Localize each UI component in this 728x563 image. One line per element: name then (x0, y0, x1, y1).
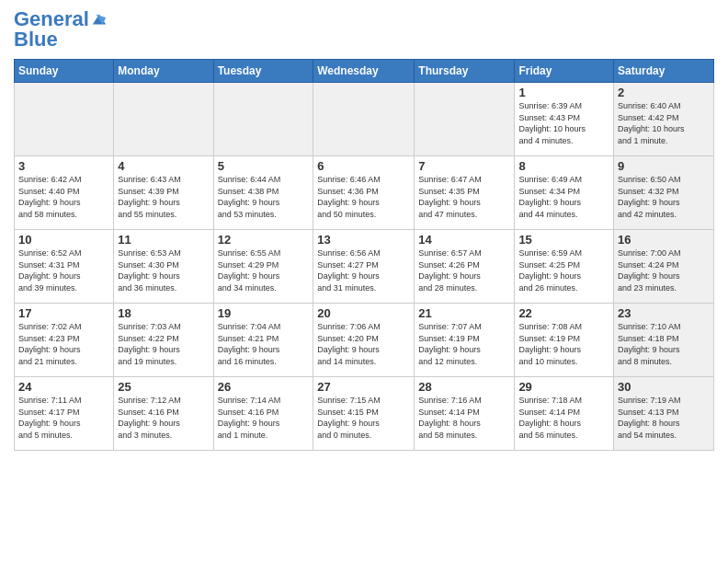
day-number: 19 (218, 306, 310, 320)
calendar-cell: 22Sunrise: 7:08 AM Sunset: 4:19 PM Dayli… (515, 304, 614, 377)
calendar-cell (213, 83, 313, 156)
day-detail: Sunrise: 7:10 AM Sunset: 4:18 PM Dayligh… (618, 321, 710, 367)
day-number: 27 (317, 380, 410, 394)
calendar-cell (114, 83, 213, 156)
day-number: 22 (518, 306, 609, 320)
day-number: 4 (118, 159, 209, 173)
day-number: 5 (218, 159, 310, 173)
day-number: 16 (618, 233, 710, 247)
calendar-cell: 15Sunrise: 6:59 AM Sunset: 4:25 PM Dayli… (515, 230, 614, 304)
calendar-cell: 2Sunrise: 6:40 AM Sunset: 4:42 PM Daylig… (614, 83, 714, 156)
calendar-cell: 29Sunrise: 7:18 AM Sunset: 4:14 PM Dayli… (515, 377, 614, 451)
day-detail: Sunrise: 7:18 AM Sunset: 4:14 PM Dayligh… (518, 395, 609, 441)
calendar-cell: 8Sunrise: 6:49 AM Sunset: 4:34 PM Daylig… (515, 156, 614, 230)
calendar-cell: 17Sunrise: 7:02 AM Sunset: 4:23 PM Dayli… (15, 304, 114, 377)
calendar-cell: 5Sunrise: 6:44 AM Sunset: 4:38 PM Daylig… (213, 156, 313, 230)
calendar-page: General Blue SundayMondayTuesdayWednesda… (0, 0, 728, 563)
day-detail: Sunrise: 6:40 AM Sunset: 4:42 PM Dayligh… (618, 100, 710, 146)
day-number: 26 (218, 380, 310, 394)
weekday-header-friday: Friday (515, 60, 614, 83)
day-number: 3 (18, 159, 109, 173)
calendar-cell (313, 83, 415, 156)
day-detail: Sunrise: 6:39 AM Sunset: 4:43 PM Dayligh… (518, 100, 609, 146)
calendar-cell: 1Sunrise: 6:39 AM Sunset: 4:43 PM Daylig… (515, 83, 614, 156)
calendar-cell: 11Sunrise: 6:53 AM Sunset: 4:30 PM Dayli… (114, 230, 213, 304)
logo-blue: Blue (14, 28, 58, 52)
day-detail: Sunrise: 6:59 AM Sunset: 4:25 PM Dayligh… (518, 247, 609, 293)
calendar-cell: 14Sunrise: 6:57 AM Sunset: 4:26 PM Dayli… (415, 230, 515, 304)
day-number: 21 (418, 306, 510, 320)
day-number: 11 (118, 233, 209, 247)
calendar-cell: 19Sunrise: 7:04 AM Sunset: 4:21 PM Dayli… (213, 304, 313, 377)
day-detail: Sunrise: 6:43 AM Sunset: 4:39 PM Dayligh… (118, 174, 209, 220)
calendar-cell: 12Sunrise: 6:55 AM Sunset: 4:29 PM Dayli… (213, 230, 313, 304)
calendar-cell: 18Sunrise: 7:03 AM Sunset: 4:22 PM Dayli… (114, 304, 213, 377)
day-number: 7 (418, 159, 510, 173)
day-number: 1 (518, 86, 609, 99)
calendar-cell: 13Sunrise: 6:56 AM Sunset: 4:27 PM Dayli… (313, 230, 415, 304)
day-detail: Sunrise: 6:56 AM Sunset: 4:27 PM Dayligh… (317, 247, 410, 293)
weekday-header-wednesday: Wednesday (313, 60, 415, 83)
weekday-header-tuesday: Tuesday (213, 60, 313, 83)
day-number: 28 (418, 380, 510, 394)
logo: General Blue (14, 9, 108, 52)
calendar-cell: 10Sunrise: 6:52 AM Sunset: 4:31 PM Dayli… (15, 230, 114, 304)
day-number: 18 (118, 306, 209, 320)
calendar-cell: 21Sunrise: 7:07 AM Sunset: 4:19 PM Dayli… (415, 304, 515, 377)
day-detail: Sunrise: 7:15 AM Sunset: 4:15 PM Dayligh… (317, 395, 410, 441)
day-detail: Sunrise: 7:06 AM Sunset: 4:20 PM Dayligh… (317, 321, 410, 367)
day-detail: Sunrise: 6:47 AM Sunset: 4:35 PM Dayligh… (418, 174, 510, 220)
day-detail: Sunrise: 7:00 AM Sunset: 4:24 PM Dayligh… (618, 247, 710, 293)
calendar-cell: 16Sunrise: 7:00 AM Sunset: 4:24 PM Dayli… (614, 230, 714, 304)
day-number: 29 (518, 380, 609, 394)
calendar-cell: 27Sunrise: 7:15 AM Sunset: 4:15 PM Dayli… (313, 377, 415, 451)
day-detail: Sunrise: 6:53 AM Sunset: 4:30 PM Dayligh… (118, 247, 209, 293)
day-number: 8 (518, 159, 609, 173)
day-detail: Sunrise: 7:07 AM Sunset: 4:19 PM Dayligh… (418, 321, 510, 367)
calendar-cell: 30Sunrise: 7:19 AM Sunset: 4:13 PM Dayli… (614, 377, 714, 451)
day-number: 6 (317, 159, 410, 173)
day-number: 20 (317, 306, 410, 320)
weekday-header-saturday: Saturday (614, 60, 714, 83)
week-row-2: 3Sunrise: 6:42 AM Sunset: 4:40 PM Daylig… (15, 156, 714, 230)
day-detail: Sunrise: 6:44 AM Sunset: 4:38 PM Dayligh… (218, 174, 310, 220)
day-detail: Sunrise: 7:14 AM Sunset: 4:16 PM Dayligh… (218, 395, 310, 441)
day-detail: Sunrise: 7:12 AM Sunset: 4:16 PM Dayligh… (118, 395, 209, 441)
day-detail: Sunrise: 7:08 AM Sunset: 4:19 PM Dayligh… (518, 321, 609, 367)
calendar-cell: 3Sunrise: 6:42 AM Sunset: 4:40 PM Daylig… (15, 156, 114, 230)
week-row-1: 1Sunrise: 6:39 AM Sunset: 4:43 PM Daylig… (15, 83, 714, 156)
calendar-cell (415, 83, 515, 156)
calendar-cell: 20Sunrise: 7:06 AM Sunset: 4:20 PM Dayli… (313, 304, 415, 377)
day-number: 14 (418, 233, 510, 247)
day-number: 9 (618, 159, 710, 173)
day-number: 13 (317, 233, 410, 247)
day-detail: Sunrise: 6:50 AM Sunset: 4:32 PM Dayligh… (618, 174, 710, 220)
day-detail: Sunrise: 6:57 AM Sunset: 4:26 PM Dayligh… (418, 247, 510, 293)
week-row-3: 10Sunrise: 6:52 AM Sunset: 4:31 PM Dayli… (15, 230, 714, 304)
day-number: 10 (18, 233, 109, 247)
day-detail: Sunrise: 6:55 AM Sunset: 4:29 PM Dayligh… (218, 247, 310, 293)
calendar-cell: 6Sunrise: 6:46 AM Sunset: 4:36 PM Daylig… (313, 156, 415, 230)
day-detail: Sunrise: 7:02 AM Sunset: 4:23 PM Dayligh… (18, 321, 109, 367)
week-row-5: 24Sunrise: 7:11 AM Sunset: 4:17 PM Dayli… (15, 377, 714, 451)
calendar-cell: 9Sunrise: 6:50 AM Sunset: 4:32 PM Daylig… (614, 156, 714, 230)
day-number: 23 (618, 306, 710, 320)
day-detail: Sunrise: 6:49 AM Sunset: 4:34 PM Dayligh… (518, 174, 609, 220)
calendar-cell: 25Sunrise: 7:12 AM Sunset: 4:16 PM Dayli… (114, 377, 213, 451)
calendar-cell: 4Sunrise: 6:43 AM Sunset: 4:39 PM Daylig… (114, 156, 213, 230)
logo-text: General (14, 9, 89, 29)
day-number: 25 (118, 380, 209, 394)
day-detail: Sunrise: 6:52 AM Sunset: 4:31 PM Dayligh… (18, 247, 109, 293)
calendar-cell (15, 83, 114, 156)
day-number: 12 (218, 233, 310, 247)
calendar-cell: 24Sunrise: 7:11 AM Sunset: 4:17 PM Dayli… (15, 377, 114, 451)
weekday-header-monday: Monday (114, 60, 213, 83)
day-detail: Sunrise: 7:03 AM Sunset: 4:22 PM Dayligh… (118, 321, 209, 367)
day-detail: Sunrise: 7:16 AM Sunset: 4:14 PM Dayligh… (418, 395, 510, 441)
day-number: 30 (618, 380, 710, 394)
logo-icon (91, 11, 108, 28)
day-detail: Sunrise: 7:11 AM Sunset: 4:17 PM Dayligh… (18, 395, 109, 441)
calendar-table: SundayMondayTuesdayWednesdayThursdayFrid… (14, 59, 714, 451)
day-detail: Sunrise: 7:04 AM Sunset: 4:21 PM Dayligh… (218, 321, 310, 367)
calendar-cell: 23Sunrise: 7:10 AM Sunset: 4:18 PM Dayli… (614, 304, 714, 377)
